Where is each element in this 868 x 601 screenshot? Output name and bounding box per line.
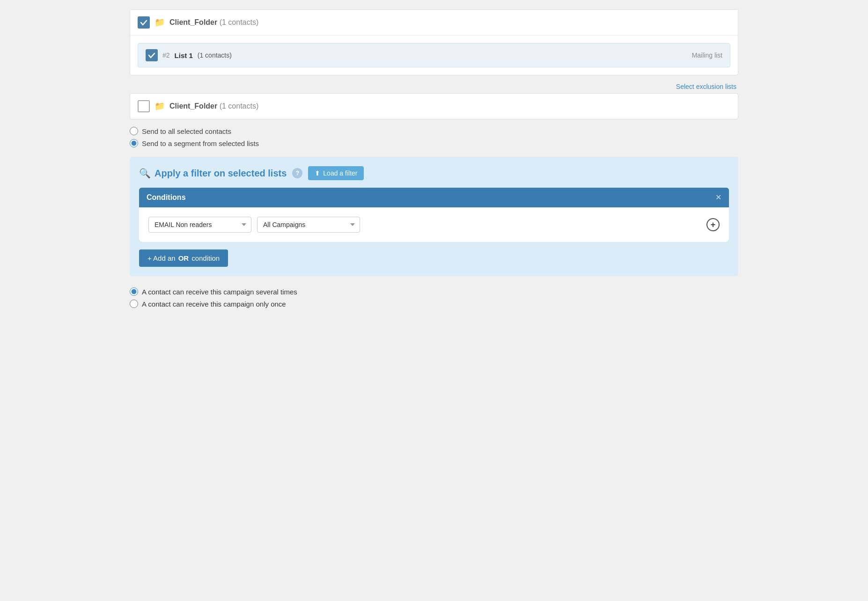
list1-type: Mailing list bbox=[692, 51, 722, 59]
radio-segment-input[interactable] bbox=[130, 139, 138, 147]
list1-number: #2 bbox=[162, 51, 170, 59]
radio-all-contacts[interactable]: Send to all selected contacts bbox=[130, 127, 738, 135]
add-or-prefix: + Add an bbox=[147, 254, 176, 262]
exclusion-link-row: Select exclusion lists bbox=[130, 83, 738, 90]
filter-section: 🔍 Apply a filter on selected lists ? ⬆ L… bbox=[130, 157, 738, 276]
radio-all-contacts-label: Send to all selected contacts bbox=[142, 127, 231, 135]
folder1-icon: 📁 bbox=[154, 17, 165, 28]
radio-several-times-label: A contact can receive this campaign seve… bbox=[142, 288, 297, 296]
page-container: 📁 Client_Folder (1 contacts) #2 List 1 (… bbox=[130, 9, 738, 308]
folder1-inner: #2 List 1 (1 contacts) Mailing list bbox=[130, 36, 738, 75]
add-condition-button[interactable]: + bbox=[706, 218, 720, 231]
conditions-header: Conditions ✕ bbox=[139, 188, 729, 207]
folder1-checkbox[interactable] bbox=[138, 16, 150, 29]
add-or-keyword: OR bbox=[178, 254, 189, 262]
conditions-body: EMAIL Non readers EMAIL Readers EMAIL Op… bbox=[139, 207, 729, 242]
exclusion-link[interactable]: Select exclusion lists bbox=[676, 83, 736, 90]
folder1-row[interactable]: 📁 Client_Folder (1 contacts) bbox=[130, 10, 738, 36]
add-or-suffix: condition bbox=[191, 254, 220, 262]
filter-header: 🔍 Apply a filter on selected lists ? ⬆ L… bbox=[139, 166, 729, 180]
list1-row[interactable]: #2 List 1 (1 contacts) Mailing list bbox=[138, 43, 730, 67]
conditions-box: Conditions ✕ EMAIL Non readers EMAIL Rea… bbox=[139, 188, 729, 242]
search-icon: 🔍 bbox=[139, 168, 151, 179]
list1-checkbox[interactable] bbox=[146, 49, 158, 61]
radio-several-times-input[interactable] bbox=[130, 287, 138, 296]
folder2-checkbox[interactable] bbox=[138, 100, 150, 112]
send-options: Send to all selected contacts Send to a … bbox=[130, 127, 738, 147]
folder1-expanded: 📁 Client_Folder (1 contacts) #2 List 1 (… bbox=[130, 9, 738, 75]
condition-row-1: EMAIL Non readers EMAIL Readers EMAIL Op… bbox=[148, 217, 720, 233]
radio-several-times[interactable]: A contact can receive this campaign seve… bbox=[130, 287, 738, 296]
upload-icon: ⬆ bbox=[315, 169, 320, 177]
radio-only-once-input[interactable] bbox=[130, 300, 138, 308]
plus-icon: + bbox=[711, 220, 716, 230]
filter-title: 🔍 Apply a filter on selected lists bbox=[139, 168, 287, 179]
radio-segment[interactable]: Send to a segment from selected lists bbox=[130, 139, 738, 147]
campaign-condition-select[interactable]: All Campaigns Last Campaign Specific Cam… bbox=[257, 217, 360, 233]
radio-segment-label: Send to a segment from selected lists bbox=[142, 139, 259, 147]
list1-contacts: (1 contacts) bbox=[198, 51, 232, 59]
radio-all-contacts-input[interactable] bbox=[130, 127, 138, 135]
list1-name: List 1 bbox=[175, 51, 193, 59]
folder2-row[interactable]: 📁 Client_Folder (1 contacts) bbox=[130, 93, 738, 119]
radio-only-once[interactable]: A contact can receive this campaign only… bbox=[130, 300, 738, 308]
folder2-icon: 📁 bbox=[154, 101, 165, 111]
radio-only-once-label: A contact can receive this campaign only… bbox=[142, 300, 286, 308]
conditions-close-button[interactable]: ✕ bbox=[715, 194, 721, 201]
conditions-title: Conditions bbox=[147, 193, 186, 202]
help-icon[interactable]: ? bbox=[292, 168, 302, 178]
campaign-receive-options: A contact can receive this campaign seve… bbox=[130, 287, 738, 308]
email-condition-select[interactable]: EMAIL Non readers EMAIL Readers EMAIL Op… bbox=[148, 217, 251, 233]
folder2-label: Client_Folder (1 contacts) bbox=[169, 102, 258, 110]
load-filter-button[interactable]: ⬆ Load a filter bbox=[308, 166, 364, 180]
add-or-condition-button[interactable]: + Add an OR condition bbox=[139, 249, 228, 267]
folder1-label: Client_Folder (1 contacts) bbox=[169, 18, 258, 27]
